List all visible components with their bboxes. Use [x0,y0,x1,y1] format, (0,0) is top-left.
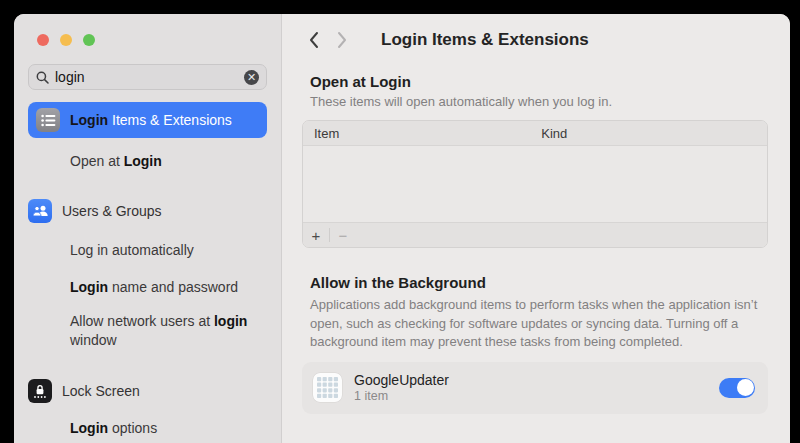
sidebar-item-label: Login Items & Extensions [70,112,232,128]
pane-header: Login Items & Extensions [302,28,772,52]
page-title: Login Items & Extensions [381,30,589,50]
column-header-kind: Kind [541,126,567,141]
system-settings-window: ✕ Login Items & Extensions Open at Login [14,14,790,443]
close-window-button[interactable] [37,34,49,46]
table-footer: + − [303,222,767,247]
table-body-empty[interactable] [303,146,767,222]
add-item-button[interactable]: + [303,227,329,244]
toggle-knob [737,379,754,396]
sidebar-item-login-items-extensions[interactable]: Login Items & Extensions [28,102,267,138]
open-at-login-heading: Open at Login [310,73,772,90]
remove-item-button[interactable]: − [330,227,356,244]
table-header-row: Item Kind [303,121,767,146]
search-icon [36,71,49,84]
allow-background-description: Applications add background items to per… [310,296,772,352]
sidebar-nav: Login Items & Extensions Open at Login U… [28,102,267,438]
back-button[interactable] [304,29,322,51]
minimize-window-button[interactable] [60,34,72,46]
sidebar-item-lock-screen[interactable]: Lock Screen [28,375,267,407]
forward-button[interactable] [333,29,351,51]
clear-search-icon[interactable]: ✕ [244,70,259,85]
sidebar-item-open-at-login[interactable]: Open at Login [28,152,267,171]
zoom-window-button[interactable] [83,34,95,46]
users-groups-icon [28,199,52,223]
sidebar: ✕ Login Items & Extensions Open at Login [14,14,282,443]
background-item-row: GoogleUpdater 1 item [302,362,768,414]
background-item-name: GoogleUpdater [354,372,449,388]
sidebar-item-log-in-automatically[interactable]: Log in automatically [28,241,267,260]
sidebar-item-label: Lock Screen [62,383,140,399]
traffic-lights [37,34,267,46]
sidebar-item-allow-network-users[interactable]: Allow network users at login window [28,312,267,350]
google-updater-toggle[interactable] [719,378,755,398]
allow-background-heading: Allow in the Background [310,274,772,291]
background-item-detail: 1 item [354,389,449,403]
google-updater-icon [313,373,342,402]
open-at-login-subtitle: These items will open automatically when… [310,94,772,109]
lock-screen-icon [28,379,52,403]
login-items-list-icon [36,108,60,132]
background-item-text: GoogleUpdater 1 item [354,372,449,403]
search-field[interactable]: ✕ [28,64,267,90]
sidebar-item-login-name-password[interactable]: Login name and password [28,278,267,297]
sidebar-item-login-options[interactable]: Login options [28,419,267,438]
sidebar-item-users-groups[interactable]: Users & Groups [28,195,267,227]
column-header-item: Item [314,126,339,141]
main-pane: Login Items & Extensions Open at Login T… [282,14,790,443]
search-input[interactable] [55,69,238,85]
chevron-left-icon [308,31,319,49]
chevron-right-icon [337,31,348,49]
sidebar-item-label: Users & Groups [62,203,162,219]
open-at-login-table: Item Kind + − [302,120,768,248]
